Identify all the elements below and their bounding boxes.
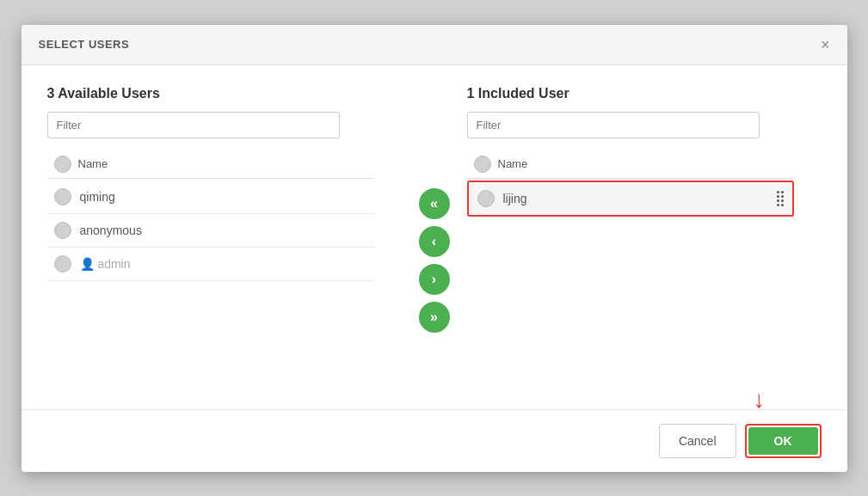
modal-dialog: SELECT USERS × 3 Available Users Name qi… [22,25,847,472]
cancel-button[interactable]: Cancel [659,424,736,458]
move-all-left-button[interactable]: « [419,188,450,219]
modal-footer: ↓ Cancel OK [22,409,847,472]
user-name-label: 👤 admin [80,257,131,271]
included-name-header: Name [498,157,528,170]
move-all-right-button[interactable]: » [419,302,450,333]
close-button[interactable]: × [821,37,830,52]
list-item[interactable]: qiming [47,181,374,214]
user-circle-icon [54,255,71,272]
included-list-item[interactable]: lijing [467,181,794,217]
available-list-header: Name [47,150,374,179]
modal-title: SELECT USERS [39,38,130,51]
ok-button-wrapper: OK [745,424,822,458]
included-circle-icon [477,190,495,207]
available-name-header: Name [78,157,108,170]
included-header-circle-icon [474,156,491,173]
right-user-rows: lijing [467,181,794,217]
arrow-indicator: ↓ [754,386,766,413]
available-users-title: 3 Available Users [47,86,402,101]
modal-body: 3 Available Users Name qiminganonymous👤 … [22,65,847,409]
left-panel: 3 Available Users Name qiminganonymous👤 … [47,86,402,392]
header-circle-icon [54,156,71,173]
available-users-list: Name qiminganonymous👤 admin [47,150,374,281]
right-filter-input[interactable] [467,112,760,138]
user-name-label: qiming [80,190,115,204]
user-name-label: anonymous [80,224,142,237]
ok-button[interactable]: OK [748,427,818,455]
included-users-list: Name lijing [467,150,794,217]
move-left-button[interactable]: ‹ [419,226,450,257]
modal-header: SELECT USERS × [22,25,847,65]
left-user-rows: qiminganonymous👤 admin [47,181,374,281]
move-right-button[interactable]: › [419,264,450,295]
included-list-header: Name [467,150,794,179]
user-circle-icon [54,188,71,205]
included-users-title: 1 Included User [467,86,822,101]
list-item[interactable]: 👤 admin [47,248,374,281]
right-panel: 1 Included User Name lijing [467,86,822,392]
user-circle-icon [54,222,71,239]
left-filter-input[interactable] [47,112,340,138]
list-item[interactable]: anonymous [47,214,374,248]
drag-handle[interactable] [777,191,784,206]
transfer-column: « ‹ › » [402,86,467,392]
included-user-name: lijing [503,192,527,205]
overlay: SELECT USERS × 3 Available Users Name qi… [0,0,868,496]
